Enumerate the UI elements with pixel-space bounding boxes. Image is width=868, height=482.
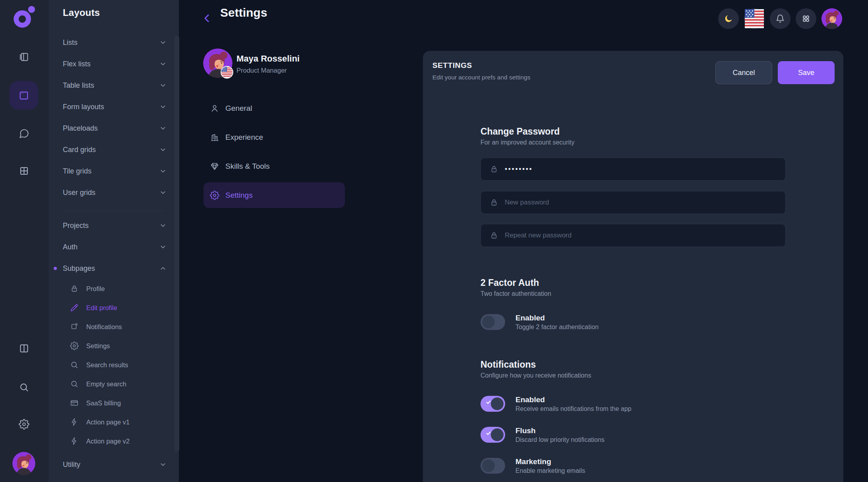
sidebar-subitem-saas-billing[interactable]: SaaS billing xyxy=(48,393,179,413)
chevron-down-icon xyxy=(159,189,167,197)
2fa-toggle[interactable] xyxy=(480,314,505,330)
grid-icon[interactable] xyxy=(14,161,33,180)
sidebar: Layouts Lists Flex lists Table lists For… xyxy=(48,0,179,482)
chevron-down-icon xyxy=(159,124,167,132)
card-subtitle: Edit your account prefs and settings xyxy=(432,74,715,81)
app-root: Layouts Lists Flex lists Table lists For… xyxy=(0,0,868,482)
check-icon xyxy=(486,399,491,405)
us-flag-icon xyxy=(221,67,232,78)
settings-card-header: SETTINGS Edit your account prefs and set… xyxy=(423,51,843,84)
new-password-field xyxy=(480,191,786,214)
zap-icon xyxy=(70,418,79,426)
chevron-down-icon xyxy=(159,146,167,154)
notifications-enabled-label: Enabled xyxy=(515,395,632,404)
chevron-up-icon xyxy=(159,264,167,272)
current-password-input[interactable] xyxy=(505,165,785,174)
gear-icon xyxy=(70,341,79,350)
sidebar-subitem-settings[interactable]: Settings xyxy=(48,336,179,355)
sidebar-title: Layouts xyxy=(63,7,100,18)
check-icon xyxy=(486,430,491,436)
sidebar-item-form-layouts[interactable]: Form layouts xyxy=(48,96,179,118)
rail-avatar[interactable] xyxy=(12,452,35,475)
sidebar-subitem-notifications[interactable]: Notifications xyxy=(48,317,179,336)
notifications-button[interactable] xyxy=(770,8,790,29)
new-password-input[interactable] xyxy=(505,199,785,206)
sidebar-subitem-edit-profile[interactable]: Edit profile xyxy=(48,298,179,317)
sidebar-item-auth[interactable]: Auth xyxy=(48,236,179,258)
section-subtitle-2fa: Two factor authentication xyxy=(480,289,786,298)
profile-nav-skills-tools[interactable]: Skills & Tools xyxy=(203,153,345,179)
sidebar-item-lists[interactable]: Lists xyxy=(48,32,179,53)
cancel-button[interactable]: Cancel xyxy=(715,61,772,84)
note-icon xyxy=(70,322,79,331)
gem-icon xyxy=(210,162,219,171)
language-button[interactable] xyxy=(744,8,765,29)
sidebar-item-projects[interactable]: Projects xyxy=(48,215,179,236)
notifications-flush-label: Flush xyxy=(515,426,604,435)
notifications-enabled-description: Receive emails notifications from the ap… xyxy=(515,405,632,413)
notifications-flush-toggle[interactable] xyxy=(480,427,505,443)
sidebar-item-user-grids[interactable]: User grids xyxy=(48,182,179,203)
sidebar-item-card-grids[interactable]: Card grids xyxy=(48,139,179,160)
columns-icon[interactable] xyxy=(14,339,33,358)
icon-rail xyxy=(0,0,48,482)
sidebar-item-flex-lists[interactable]: Flex lists xyxy=(48,53,179,75)
sidebar-subitem-search-results[interactable]: Search results xyxy=(48,355,179,374)
notifications-enabled-row: Enabled Receive emails notifications fro… xyxy=(480,393,786,415)
sidebar-item-tile-grids[interactable]: Tile grids xyxy=(48,160,179,182)
notifications-enabled-toggle[interactable] xyxy=(480,396,505,412)
credit-card-icon xyxy=(70,399,79,407)
chat-bubble-icon[interactable] xyxy=(14,124,33,143)
sidebar-subitem-action-page-v2[interactable]: Action page v2 xyxy=(48,432,179,451)
notifications-marketing-label: Marketing xyxy=(515,457,585,466)
settings-card-body: Change Password For an improved account … xyxy=(480,125,786,477)
topbar-actions xyxy=(718,8,842,29)
chevron-down-icon xyxy=(159,103,167,111)
repeat-password-input[interactable] xyxy=(505,231,785,239)
building-icon xyxy=(210,133,219,142)
settings-card: SETTINGS Edit your account prefs and set… xyxy=(423,51,843,482)
profile-nav-settings[interactable]: Settings xyxy=(203,182,345,208)
section-subtitle-notifications: Configure how you receive notifications xyxy=(480,371,786,380)
layouts-window-icon[interactable] xyxy=(10,81,38,110)
notifications-flush-row: Flush Discard low priority notifications xyxy=(480,424,786,446)
sidebar-item-subpages[interactable]: Subpages xyxy=(48,258,179,279)
lock-icon xyxy=(490,198,498,207)
profile-nav-experience[interactable]: Experience xyxy=(203,124,345,150)
notifications-marketing-row: Marketing Enable marketing emails xyxy=(480,455,786,477)
save-button[interactable]: Save xyxy=(778,61,835,84)
lock-icon xyxy=(70,284,79,293)
lock-icon xyxy=(490,231,498,240)
chevron-down-icon xyxy=(159,243,167,251)
dark-mode-toggle[interactable] xyxy=(718,8,739,29)
apps-button[interactable] xyxy=(796,8,816,29)
user-avatar[interactable] xyxy=(822,8,842,29)
chevron-down-icon xyxy=(159,39,167,46)
sidebar-subitem-action-page-v1[interactable]: Action page v1 xyxy=(48,413,179,432)
avatar-image xyxy=(822,8,842,29)
notifications-marketing-description: Enable marketing emails xyxy=(515,467,585,474)
profile-nav-general[interactable]: General xyxy=(203,95,345,121)
sidebar-item-table-lists[interactable]: Table lists xyxy=(48,75,179,96)
sidebar-subitem-empty-search[interactable]: Empty search xyxy=(48,374,179,393)
sidebar-item-placeloads[interactable]: Placeloads xyxy=(48,118,179,139)
sidebar-divider xyxy=(48,203,179,215)
card-title: SETTINGS xyxy=(432,61,715,70)
chevron-down-icon xyxy=(159,81,167,89)
notifications-marketing-toggle[interactable] xyxy=(480,458,505,474)
sidebar-item-utility[interactable]: Utility xyxy=(48,454,179,475)
toggle-knob xyxy=(491,397,504,410)
gear-icon[interactable] xyxy=(14,415,33,434)
panel-left-icon[interactable] xyxy=(14,47,33,66)
search-icon[interactable] xyxy=(14,378,33,397)
sidebar-subitem-profile[interactable]: Profile xyxy=(48,279,179,298)
apps-icon xyxy=(801,14,811,23)
sidebar-list: Lists Flex lists Table lists Form layout… xyxy=(48,32,179,475)
us-flag-icon xyxy=(745,9,764,28)
zap-icon xyxy=(70,437,79,445)
back-button[interactable] xyxy=(201,12,213,24)
active-dot xyxy=(54,267,57,270)
2fa-toggle-label: Enabled xyxy=(515,314,599,322)
app-logo-icon[interactable] xyxy=(12,6,36,30)
toggle-knob xyxy=(491,428,504,441)
